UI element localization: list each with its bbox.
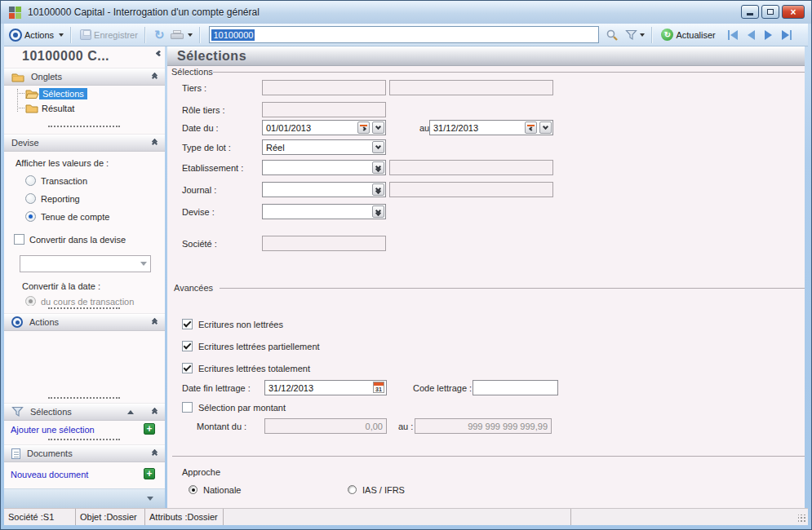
next-record-button[interactable] — [765, 30, 772, 40]
radio-reporting-label[interactable]: Reporting — [41, 194, 80, 204]
actualiser-button[interactable]: Actualiser — [676, 30, 715, 40]
selection-par-montant-label[interactable]: Sélection par montant — [198, 403, 286, 413]
ecritures-lettrees-totalement-label[interactable]: Ecritures lettrées totalement — [198, 364, 310, 373]
section-documents[interactable]: Documents — [4, 444, 165, 462]
selection-par-montant-checkbox[interactable] — [182, 402, 193, 413]
ecritures-lettrees-partiellement-label[interactable]: Ecritures lettrées partiellement — [198, 342, 320, 351]
societe-input[interactable] — [262, 236, 386, 251]
convert-currency-checkbox[interactable] — [14, 234, 24, 245]
tab-resultat[interactable]: Résultat — [25, 101, 78, 115]
folder-icon — [25, 103, 38, 113]
journal-select[interactable] — [262, 182, 386, 197]
save-button[interactable]: Enregistrer — [94, 30, 138, 40]
etablissement-name-input[interactable] — [389, 160, 553, 175]
resize-grip[interactable] — [798, 515, 806, 523]
window-title: 10100000 Capital - Interrogation d'un co… — [28, 7, 260, 18]
collapse-chevron-icon[interactable] — [153, 320, 157, 325]
radio-reporting[interactable] — [25, 193, 36, 204]
sort-up-icon[interactable] — [127, 410, 134, 414]
filter-dropdown-icon[interactable] — [640, 33, 645, 37]
date-jump-back-button[interactable] — [525, 121, 537, 134]
date-au-dropdown-button[interactable] — [539, 121, 552, 134]
approche-label: Approche — [182, 467, 220, 477]
section-selections[interactable]: Sélections — [4, 403, 165, 421]
journal-name-input[interactable] — [389, 182, 553, 197]
last-record-button[interactable] — [782, 30, 792, 40]
show-values-label: Afficher les valeurs de : — [16, 158, 109, 168]
maximize-button[interactable] — [761, 5, 779, 19]
close-button[interactable]: × — [782, 5, 805, 19]
add-selection-link[interactable]: Ajouter une sélection — [11, 425, 95, 435]
rate-option-row: du cours de transaction — [4, 295, 165, 306]
calendar-icon[interactable] — [373, 382, 384, 393]
section-devise[interactable]: Devise — [4, 134, 165, 152]
maximize-icon — [767, 9, 774, 15]
ecritures-lettrees-totalement-checkbox[interactable] — [182, 363, 193, 373]
actions-menu-button[interactable]: Actions — [24, 30, 54, 40]
title-bar: 10100000 Capital - Interrogation d'un co… — [1, 1, 811, 24]
section-selections-label: Sélections — [30, 407, 72, 417]
separator — [48, 126, 120, 127]
sidebar-collapse-icon[interactable] — [158, 51, 160, 55]
devise-select[interactable] — [262, 204, 386, 219]
montant-au-input[interactable] — [415, 418, 552, 434]
radio-tenue-de-compte[interactable] — [25, 211, 36, 222]
section-onglets[interactable]: Onglets — [4, 68, 165, 86]
ecritures-non-lettrees-checkbox[interactable] — [182, 319, 193, 329]
radio-cours-transaction-label: du cours de transaction — [41, 297, 134, 306]
radio-cours-transaction[interactable] — [25, 296, 36, 306]
filter-icon[interactable] — [625, 29, 637, 41]
date-jump-forward-button[interactable] — [357, 121, 370, 134]
montant-du-input[interactable] — [264, 418, 387, 434]
etablissement-select[interactable] — [262, 160, 386, 175]
search-icon[interactable] — [606, 29, 619, 42]
radio-nationale[interactable] — [189, 485, 197, 494]
print-dropdown-icon[interactable] — [188, 33, 193, 37]
app-icon — [9, 7, 21, 19]
collapse-chevron-icon[interactable] — [153, 74, 157, 79]
radio-ias-ifrs[interactable] — [348, 485, 357, 494]
tiers-input[interactable] — [262, 80, 386, 95]
tab-selections[interactable]: Sélections — [25, 86, 87, 100]
type-lot-dropdown-button[interactable] — [372, 141, 384, 153]
section-actions[interactable]: Actions — [4, 313, 165, 331]
ecritures-lettrees-partiellement-checkbox[interactable] — [182, 341, 193, 351]
collapse-chevron-icon[interactable] — [153, 451, 157, 456]
radio-ias-ifrs-label[interactable]: IAS / IFRS — [362, 485, 405, 495]
date-du-dropdown-button[interactable] — [372, 121, 384, 134]
etablissement-multiselect-button[interactable] — [372, 161, 384, 174]
filter-icon — [11, 406, 24, 417]
radio-nationale-label[interactable]: Nationale — [203, 485, 241, 495]
new-document-link[interactable]: Nouveau document — [11, 470, 88, 479]
currency-select[interactable] — [20, 255, 151, 272]
status-societe: Société :S1 — [4, 509, 76, 525]
tiers-name-input[interactable] — [389, 80, 553, 95]
minimize-button[interactable] — [741, 5, 759, 19]
ecritures-non-lettrees-label[interactable]: Ecritures non lettrées — [198, 320, 283, 329]
code-lettrage-input[interactable] — [473, 380, 558, 395]
refresh-icon[interactable]: ↻ — [154, 28, 165, 42]
date-fin-lettrage-input[interactable] — [264, 380, 387, 395]
convert-currency-label[interactable]: Convertir dans la devise — [29, 235, 126, 245]
type-lot-select[interactable] — [262, 139, 386, 155]
previous-record-button[interactable] — [748, 30, 755, 40]
actions-dropdown-icon[interactable] — [59, 33, 64, 37]
collapse-chevron-icon[interactable] — [153, 140, 157, 145]
first-record-button[interactable] — [728, 30, 738, 40]
add-selection-button[interactable]: + — [144, 423, 155, 435]
sidebar-overflow-bar[interactable] — [4, 488, 165, 508]
status-empty-cell — [571, 509, 808, 525]
devise-multiselect-button[interactable] — [372, 205, 384, 218]
journal-multiselect-button[interactable] — [372, 183, 384, 196]
radio-transaction[interactable] — [25, 175, 36, 186]
new-document-button[interactable]: + — [144, 468, 155, 479]
group-avancees-legend: Avancées — [174, 283, 213, 293]
radio-tenue-de-compte-label[interactable]: Tenue de compte — [41, 212, 109, 222]
etablissement-label: Etablissement : — [182, 163, 243, 173]
print-icon[interactable] — [171, 30, 184, 40]
radio-transaction-label[interactable]: Transaction — [41, 176, 87, 186]
date-fin-lettrage-label: Date fin lettrage : — [182, 383, 251, 393]
collapse-chevron-icon[interactable] — [153, 409, 157, 414]
search-input[interactable]: 10100000 — [209, 26, 599, 43]
role-tiers-input[interactable] — [262, 102, 386, 117]
